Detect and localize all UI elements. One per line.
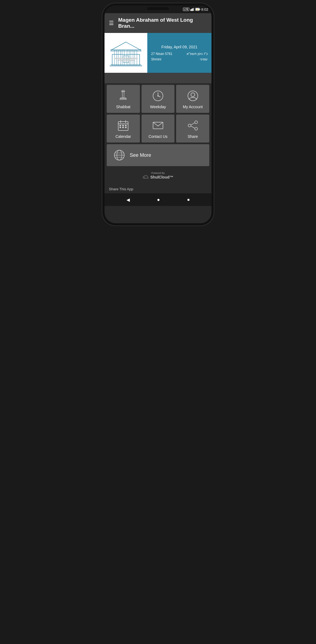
home-button[interactable]: ● — [157, 197, 160, 203]
shabbat-icon — [118, 90, 129, 102]
svg-rect-44 — [125, 127, 126, 128]
status-icons: LTE ⚡ 8:02 — [183, 7, 208, 12]
hebrew-date-hebrew: כ"ז ניסן תשפ"א — [187, 52, 208, 56]
parsha-hebrew: שמיני — [200, 57, 208, 61]
svg-rect-5 — [199, 9, 200, 10]
grid-row-2: Calendar Contact Us — [107, 115, 209, 143]
signal-icon — [190, 8, 194, 11]
app-title: Magen Abraham of West Long Bran... — [118, 17, 207, 29]
shulcloud-logo-icon — [143, 175, 149, 179]
share-app-label: Share This App — [109, 187, 133, 191]
shabbat-button[interactable]: Shabbat — [107, 85, 140, 113]
share-icon — [187, 119, 199, 132]
svg-point-32 — [157, 95, 159, 96]
powered-by-section: Powered By ShulCloud™ — [105, 168, 211, 182]
weekday-button[interactable]: Weekday — [142, 85, 175, 113]
battery-icon: ⚡ — [195, 8, 200, 11]
svg-rect-3 — [194, 8, 194, 11]
contact-us-icon-area — [152, 119, 164, 132]
clock-icon — [152, 90, 164, 102]
share-button[interactable]: Share — [176, 115, 209, 143]
my-account-button[interactable]: My Account — [176, 85, 209, 113]
svg-line-50 — [191, 126, 195, 128]
see-more-label: See More — [130, 152, 151, 158]
svg-rect-1 — [191, 9, 192, 11]
weekday-label: Weekday — [150, 105, 166, 109]
svg-rect-41 — [125, 125, 126, 126]
calendar-button[interactable]: Calendar — [107, 115, 140, 143]
svg-point-48 — [195, 127, 198, 130]
svg-point-47 — [188, 124, 191, 127]
hebrew-date-english: 27 Nisan 5781 — [151, 52, 172, 56]
recent-button[interactable]: ■ — [187, 197, 190, 202]
bottom-nav: ◀ ● ■ — [105, 193, 211, 206]
shulcloud-brand: ShulCloud™ — [143, 175, 173, 179]
share-this-app-text: Share This App — [105, 182, 211, 193]
calendar-icon-area — [117, 119, 129, 132]
hebrew-date-row: 27 Nisan 5781 כ"ז ניסן תשפ"א — [151, 52, 208, 56]
phone-frame: LTE ⚡ 8:02 ☰ Magen Abraham of West Long … — [105, 5, 211, 223]
svg-text:CONGREGATION MAGEN ABRAHAM: CONGREGATION MAGEN ABRAHAM — [114, 58, 138, 59]
hero-section: CONGREGATION MAGEN ABRAHAM OF WEST LONG … — [105, 33, 211, 73]
date-area: Friday, April 09, 2021 27 Nisan 5781 כ"ז… — [147, 33, 211, 73]
svg-point-34 — [191, 93, 195, 97]
date-main: Friday, April 09, 2021 — [151, 45, 208, 49]
svg-rect-18 — [111, 50, 141, 51]
svg-rect-25 — [122, 92, 124, 98]
svg-rect-39 — [120, 125, 121, 126]
weekday-icon-area — [152, 90, 164, 102]
svg-line-49 — [191, 123, 195, 125]
svg-rect-43 — [122, 127, 124, 128]
contact-us-button[interactable]: Contact Us — [142, 115, 175, 143]
congregation-logo: CONGREGATION MAGEN ABRAHAM OF WEST LONG … — [109, 39, 142, 67]
notch — [147, 7, 169, 10]
lte-indicator: LTE — [183, 8, 189, 11]
status-bar: LTE ⚡ 8:02 — [105, 5, 211, 13]
grid-container: Shabbat Weekday — [105, 85, 211, 143]
see-more-button[interactable]: See More — [107, 144, 209, 166]
svg-text:⚡: ⚡ — [196, 9, 198, 11]
svg-rect-42 — [120, 127, 121, 128]
contact-us-label: Contact Us — [148, 134, 167, 139]
globe-icon — [113, 149, 125, 161]
hamburger-icon[interactable]: ☰ — [109, 20, 114, 26]
shabbat-icon-area — [117, 90, 129, 102]
calendar-label: Calendar — [115, 134, 131, 139]
grid-row-1: Shabbat Weekday — [107, 85, 209, 113]
svg-rect-2 — [193, 8, 193, 11]
account-icon — [187, 90, 199, 102]
parsha-row: Shmini שמיני — [151, 57, 208, 61]
time-display: 8:02 — [201, 7, 208, 12]
svg-rect-16 — [110, 65, 142, 66]
envelope-icon — [152, 119, 164, 132]
share-label: Share — [188, 134, 198, 139]
app-header: ☰ Magen Abraham of West Long Bran... — [105, 13, 211, 33]
svg-rect-27 — [120, 99, 126, 99]
back-button[interactable]: ◀ — [126, 197, 130, 202]
svg-point-46 — [195, 121, 198, 124]
calendar-icon — [117, 119, 129, 132]
shabbat-label: Shabbat — [116, 105, 130, 109]
my-account-label: My Account — [183, 105, 202, 109]
svg-text:OF WEST LONG BRANCH: OF WEST LONG BRANCH — [118, 60, 134, 61]
share-icon-area — [187, 119, 199, 132]
svg-rect-0 — [190, 9, 191, 11]
parsha-english: Shmini — [151, 57, 161, 61]
my-account-icon-area — [187, 90, 199, 102]
powered-by-text: Powered By — [151, 172, 165, 174]
logo-area: CONGREGATION MAGEN ABRAHAM OF WEST LONG … — [105, 33, 147, 73]
dark-banner — [105, 73, 211, 83]
svg-marker-17 — [111, 42, 141, 50]
svg-rect-40 — [122, 125, 124, 126]
shulcloud-text: ShulCloud™ — [150, 175, 173, 179]
